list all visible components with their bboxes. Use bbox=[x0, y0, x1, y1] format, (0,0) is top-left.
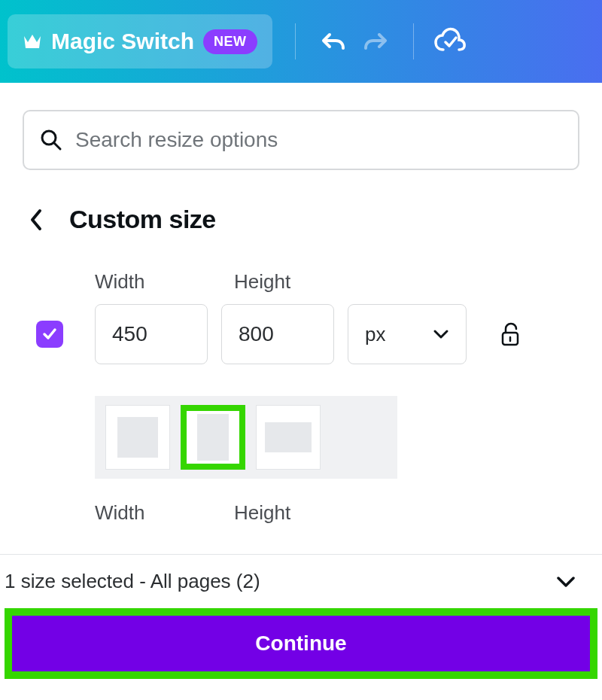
portrait-icon bbox=[197, 414, 229, 461]
footer: 1 size selected - All pages (2) Continue bbox=[0, 554, 602, 700]
orientation-landscape[interactable] bbox=[256, 405, 321, 470]
orientation-selector bbox=[95, 396, 397, 479]
redo-icon bbox=[361, 26, 393, 57]
resize-panel: Custom size Width Height px bbox=[0, 83, 602, 549]
toolbar-divider bbox=[295, 23, 296, 59]
undo-button[interactable] bbox=[309, 19, 354, 64]
continue-highlight: Continue bbox=[5, 608, 597, 679]
redo-button[interactable] bbox=[354, 19, 400, 64]
width-input[interactable] bbox=[95, 304, 208, 364]
check-icon bbox=[41, 326, 58, 342]
landscape-icon bbox=[265, 422, 312, 452]
chevron-down-icon bbox=[555, 575, 597, 589]
magic-switch-button[interactable]: Magic Switch NEW bbox=[8, 14, 272, 68]
width-label-2: Width bbox=[95, 501, 234, 525]
new-badge: NEW bbox=[203, 29, 257, 54]
orientation-portrait[interactable] bbox=[181, 405, 245, 470]
crown-icon bbox=[23, 33, 42, 50]
orientation-square[interactable] bbox=[105, 405, 170, 470]
search-icon bbox=[39, 128, 63, 152]
height-input[interactable] bbox=[221, 304, 334, 364]
size-checkbox[interactable] bbox=[36, 321, 63, 348]
toolbar-divider bbox=[413, 23, 414, 59]
svg-line-1 bbox=[54, 143, 60, 149]
unit-select[interactable]: px bbox=[348, 304, 467, 364]
square-icon bbox=[117, 417, 158, 458]
cloud-sync-button[interactable] bbox=[427, 19, 473, 64]
chevron-left-icon bbox=[29, 208, 44, 232]
unit-value: px bbox=[365, 323, 385, 346]
search-field[interactable] bbox=[23, 110, 579, 170]
magic-switch-label: Magic Switch bbox=[51, 29, 194, 54]
continue-button[interactable]: Continue bbox=[12, 616, 590, 671]
chevron-down-icon bbox=[433, 329, 449, 339]
top-toolbar: Magic Switch NEW bbox=[0, 0, 602, 83]
back-button[interactable] bbox=[23, 208, 50, 232]
height-label-2: Height bbox=[234, 501, 373, 525]
page-title: Custom size bbox=[69, 205, 216, 234]
search-input[interactable] bbox=[75, 128, 563, 152]
selection-summary-text: 1 size selected - All pages (2) bbox=[5, 570, 260, 593]
undo-icon bbox=[316, 26, 348, 57]
unlock-icon bbox=[500, 322, 521, 346]
height-label: Height bbox=[234, 270, 373, 294]
selection-summary[interactable]: 1 size selected - All pages (2) bbox=[5, 570, 597, 605]
width-label: Width bbox=[95, 270, 234, 294]
lock-aspect-button[interactable] bbox=[495, 319, 525, 349]
cloud-check-icon bbox=[433, 24, 467, 59]
